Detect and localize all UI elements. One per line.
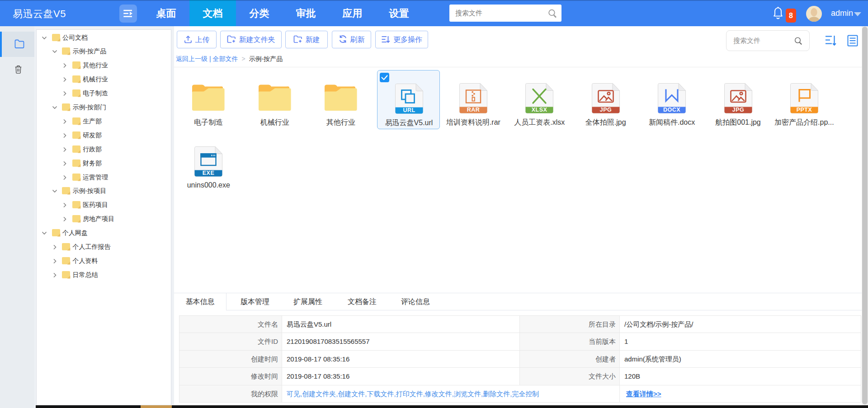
svg-text:DOCX: DOCX — [663, 107, 680, 113]
svg-text:URL: URL — [403, 107, 415, 113]
svg-text:JPG: JPG — [599, 107, 612, 113]
svg-text:JPG: JPG — [732, 107, 744, 113]
svg-text:XLSX: XLSX — [532, 107, 547, 113]
svg-text:PPTX: PPTX — [797, 107, 812, 113]
svg-text:RAR: RAR — [467, 107, 480, 113]
svg-text:EXE: EXE — [203, 170, 215, 176]
